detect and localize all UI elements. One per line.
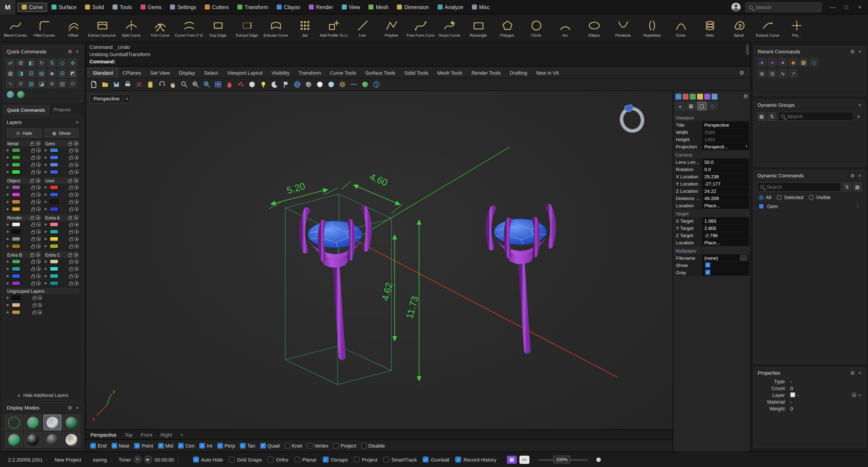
property-value[interactable]: -2.796 ✓ ▾ [703,232,749,238]
quick-command-icon[interactable]: ⊟ [58,69,67,78]
menu-item[interactable]: Tools [108,2,136,11]
standard-tool-button[interactable] [247,80,257,89]
status-toggle[interactable]: ✓ SmartTrack [383,457,417,463]
layer-color-swatch[interactable] [50,229,58,234]
panel-tab[interactable]: Projects [50,105,75,115]
lock-icon[interactable] [68,254,72,257]
close-icon[interactable]: × [76,405,79,410]
layer-color-swatch[interactable] [12,303,20,307]
expand-triangle-icon[interactable]: ▶ [45,244,49,248]
layer-color-swatch[interactable] [12,237,20,241]
toolbar-button[interactable]: Extend Curve [753,14,782,42]
radio-button[interactable] [758,195,764,200]
grid-view-icon[interactable]: ▦ [757,112,766,121]
close-icon[interactable]: × [76,49,79,54]
expand-triangle-icon[interactable]: ▶ [7,230,10,233]
layer-row[interactable]: ▶ [44,205,80,213]
osnap-toggle[interactable]: ✓ Perp [217,443,235,448]
standard-tool-button[interactable] [123,80,132,89]
layer-group-header[interactable]: Metal [6,140,41,147]
expand-triangle-icon[interactable]: ▶ [45,230,49,233]
checkbox[interactable]: ✓ [285,443,290,448]
property-value[interactable]: 2589 ✓ ▾ [703,128,749,135]
checkbox[interactable]: ✓ [423,457,429,463]
quick-command-icon[interactable]: ⊘ [16,79,25,88]
layer-group-header[interactable]: Extra A [44,214,80,221]
quick-command-icon[interactable]: ◇ [58,58,67,67]
properties-tab-icon[interactable] [675,93,681,99]
toolbar-button[interactable]: Line [348,14,377,42]
layer-row[interactable]: ▶ [6,242,41,250]
app-logo[interactable]: M [0,0,16,14]
layer-row[interactable]: ▶ [44,184,80,191]
recent-command-icon[interactable]: ⊕ [758,69,766,78]
checkbox[interactable]: ✓ [134,443,140,448]
eye-icon[interactable] [74,266,79,271]
layer-color-swatch[interactable] [12,200,20,204]
eye-icon[interactable] [36,281,41,286]
menu-item[interactable]: Curve [18,2,47,11]
status-toggle[interactable]: ✓ Auto Hide [193,457,223,463]
layer-row[interactable]: ▶ [6,198,41,205]
layer-row[interactable]: ▶ [6,205,41,213]
viewport-tab[interactable]: Perspective [90,432,116,437]
layer-row[interactable]: ▶ [6,280,41,287]
layer-color-swatch[interactable] [50,200,58,204]
checkbox[interactable]: ✓ [294,457,300,463]
timer-reset-button[interactable]: ↻ [134,456,142,463]
layer-row[interactable]: ▶ [44,198,80,205]
layer-row[interactable]: ▶ [44,272,80,280]
standard-tool-button[interactable] [303,80,313,89]
layer-row[interactable]: ▶ [6,309,43,316]
lock-icon[interactable] [69,157,73,159]
layer-group-header[interactable]: Object [6,177,41,184]
eye-icon[interactable] [36,237,41,241]
standard-tool-button[interactable] [145,80,155,89]
lock-icon[interactable] [32,297,36,300]
menu-item[interactable]: Render [305,2,337,11]
gear-icon[interactable]: ⚙ [850,370,855,376]
eye-icon[interactable] [74,215,78,220]
osnap-toggle[interactable]: ✓ Int [199,443,212,448]
close-icon[interactable]: × [858,49,861,54]
gear-icon[interactable]: ⚙ [743,93,748,99]
expand-triangle-icon[interactable]: ▶ [7,244,10,248]
layer-row[interactable]: ▶ [6,301,43,309]
standard-tool-button[interactable] [202,80,212,89]
menu-item[interactable]: Solid [81,2,108,11]
expand-triangle-icon[interactable]: ▶ [7,200,10,204]
expand-triangle-icon[interactable]: ▶ [45,185,49,189]
quick-command-icon[interactable]: ⊞ [16,58,25,67]
lock-icon[interactable] [69,150,73,152]
layer-color-swatch[interactable] [12,222,20,227]
menu-item[interactable]: Misc [468,2,494,11]
layer-row[interactable]: ▶ [6,258,41,265]
toolbar-button[interactable]: Trim Curve [146,14,175,42]
layer-row[interactable]: ▶ [44,235,80,242]
eye-icon[interactable] [74,237,79,241]
osnap-toggle[interactable]: ✓ Point [134,443,153,448]
layer-row[interactable]: ▶ [6,294,43,301]
standard-tool-button[interactable] [281,80,291,89]
toolbar-tab[interactable]: Transform [294,68,326,78]
expand-triangle-icon[interactable]: ▶ [45,223,49,226]
toolbar-button[interactable]: Hyperbola [638,14,666,42]
standard-tool-button[interactable] [315,80,324,89]
eye-icon[interactable] [74,141,78,146]
eye-icon[interactable] [36,259,41,264]
expand-triangle-icon[interactable]: ▶ [7,311,10,314]
quick-command-icon[interactable]: ◨ [16,69,25,78]
layer-color-swatch[interactable] [50,185,58,189]
layer-color-swatch[interactable] [50,274,58,278]
display-mode-tile[interactable] [24,414,42,430]
lock-icon[interactable] [69,171,73,174]
recent-command-icon[interactable]: ● [778,58,787,66]
add-group-icon[interactable]: + [856,113,862,120]
osnap-toggle[interactable]: ✓ Disable [361,443,385,448]
command-scrollbar[interactable] [746,45,749,55]
view-mode-button[interactable]: ◇ [708,102,717,110]
display-mode-tile[interactable] [24,432,42,447]
lock-icon[interactable] [69,201,73,204]
standard-tool-button[interactable] [360,80,370,89]
lock-icon[interactable] [31,150,35,152]
